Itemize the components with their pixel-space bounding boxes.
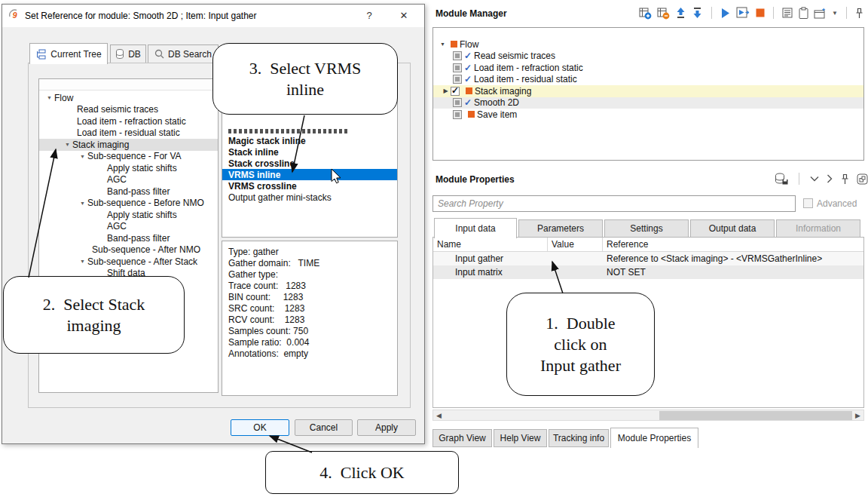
- save-db-icon[interactable]: [775, 172, 788, 186]
- tab-settings[interactable]: Settings: [604, 219, 689, 238]
- remove-module-icon[interactable]: [657, 6, 670, 20]
- close-button[interactable]: ✕: [391, 5, 417, 26]
- tree-item-label: Save item: [477, 109, 517, 120]
- callout-step2: 2. Select Stack imaging: [3, 276, 185, 354]
- module-checkbox[interactable]: [451, 87, 460, 96]
- float-icon[interactable]: [857, 172, 868, 186]
- tree-item[interactable]: Load item - residual static: [39, 127, 218, 140]
- flow-node[interactable]: ▼ Flow: [433, 38, 863, 51]
- cancel-button[interactable]: Cancel: [295, 419, 353, 436]
- tree-item[interactable]: Apply static shifts: [39, 209, 218, 221]
- tree-item[interactable]: Read seismic traces: [39, 104, 218, 116]
- scrollbar-thumb[interactable]: [659, 411, 852, 420]
- tab-current-tree[interactable]: Current Tree: [29, 43, 108, 64]
- add-module-icon[interactable]: [639, 6, 652, 20]
- module-done-icon: ✓: [462, 74, 474, 84]
- tree-item[interactable]: Load item - refraction static: [39, 115, 218, 127]
- module-checkbox[interactable]: [453, 98, 462, 107]
- tab-tracking-info[interactable]: Tracking info: [549, 429, 609, 447]
- clipboard-icon[interactable]: [799, 6, 808, 20]
- column-value[interactable]: Value: [552, 239, 574, 250]
- horizontal-scrollbar[interactable]: ◀ ▶: [432, 410, 864, 421]
- dropdown-caret-icon[interactable]: ▼: [832, 6, 838, 20]
- pin-icon[interactable]: [841, 172, 849, 186]
- module-row[interactable]: ✓ Load item - residual static: [433, 74, 863, 86]
- module-row[interactable]: Save item: [433, 109, 863, 121]
- callout-step4: 4. Click OK: [265, 451, 459, 494]
- info-line: Annotations: empty: [228, 348, 397, 360]
- callout-step1: 1. Double click on Input gather: [506, 293, 655, 396]
- scroll-right-icon[interactable]: ▶: [852, 412, 863, 419]
- scroll-left-icon[interactable]: ◀: [433, 412, 445, 419]
- log-icon[interactable]: [782, 6, 793, 20]
- module-checkbox[interactable]: [453, 75, 462, 84]
- tree-item-stack-imaging[interactable]: ▼Stack imaging: [39, 139, 218, 151]
- tree-item-label: Load item - refraction static: [474, 63, 583, 73]
- table-row-input-matrix[interactable]: Input matrix NOT SET: [433, 265, 863, 279]
- module-row[interactable]: ✓ Load item - refraction static: [433, 62, 863, 74]
- module-manager-tree: ▼ Flow ✓ Read seismic traces ✓ Load item…: [432, 27, 864, 161]
- list-item[interactable]: Output gather mini-stacks: [222, 192, 397, 203]
- search-input[interactable]: [432, 195, 796, 212]
- run-icon[interactable]: [720, 6, 731, 20]
- expand-icon[interactable]: [827, 172, 833, 186]
- tab-input-data[interactable]: Input data: [434, 218, 517, 238]
- tree-item[interactable]: ▼Sub-sequence - After Stack: [39, 256, 218, 268]
- tab-output-data[interactable]: Output data: [690, 219, 775, 238]
- table-header: Name Value Reference: [433, 238, 863, 252]
- tree-item[interactable]: Sub-sequence - After NMO: [39, 244, 218, 256]
- dialog-titlebar: 9 Set Reference for module: Smooth 2D ; …: [2, 5, 424, 27]
- tab-graph-view[interactable]: Graph View: [432, 429, 492, 447]
- module-checkbox[interactable]: [453, 110, 462, 119]
- module-checkbox[interactable]: [453, 63, 462, 72]
- tab-db-search[interactable]: DB Search: [148, 44, 219, 63]
- tree-item-flow[interactable]: ▼Flow: [39, 92, 218, 104]
- info-line: SRC count: 1283: [228, 303, 397, 314]
- tab-help-view[interactable]: Help View: [494, 429, 547, 447]
- collapse-arrow-icon[interactable]: ▼: [438, 41, 448, 47]
- module-checkbox[interactable]: [453, 51, 462, 60]
- list-item[interactable]: VRMS crossline: [222, 180, 397, 192]
- help-button[interactable]: ?: [356, 5, 382, 26]
- list-item[interactable]: Stack inline: [222, 146, 397, 158]
- list-item[interactable]: Magic stack inline: [222, 135, 397, 146]
- stop-icon[interactable]: [756, 6, 765, 20]
- module-status-icon: [465, 111, 477, 118]
- move-up-icon[interactable]: [675, 6, 686, 20]
- tree-item[interactable]: AGC: [39, 174, 218, 186]
- module-row[interactable]: ✓ Read seismic traces: [433, 51, 863, 63]
- module-status-icon: [448, 41, 460, 48]
- tree-item[interactable]: ▼Sub-sequence - Before NMO: [39, 198, 218, 210]
- ok-button[interactable]: OK: [231, 419, 289, 436]
- module-row-stack-imaging[interactable]: ▶ Stack imaging: [433, 85, 863, 97]
- tab-information[interactable]: Information: [776, 219, 860, 238]
- collapse-icon[interactable]: [810, 172, 819, 186]
- tree-item[interactable]: Band-pass filter: [39, 186, 218, 198]
- tab-module-properties[interactable]: Module Properties: [610, 428, 698, 448]
- info-line: Type: gather: [228, 247, 397, 258]
- tree-item-label: Stack imaging: [475, 86, 531, 97]
- run-selected-icon[interactable]: [736, 6, 750, 20]
- table-row-input-gather[interactable]: Input gather Reference to <Stack imaging…: [433, 252, 863, 265]
- move-down-icon[interactable]: [692, 6, 703, 20]
- module-row-smooth-2d[interactable]: ✓ Smooth 2D: [433, 97, 863, 109]
- tree-item[interactable]: ▼Sub-sequence - For VA: [39, 151, 218, 163]
- tree-item[interactable]: Apply static shifts: [39, 162, 218, 174]
- list-item[interactable]: Stack crossline: [222, 158, 397, 169]
- module-done-icon: ✓: [462, 51, 474, 61]
- svg-text:9: 9: [13, 11, 18, 20]
- column-name[interactable]: Name: [437, 239, 461, 250]
- pin-icon[interactable]: [855, 6, 863, 20]
- tree-item[interactable]: Band-pass filter: [39, 232, 218, 244]
- tree-item[interactable]: AGC: [39, 221, 218, 233]
- apply-button[interactable]: Apply: [357, 419, 416, 436]
- tab-db[interactable]: DB: [110, 44, 146, 63]
- advanced-checkbox[interactable]: [803, 198, 813, 208]
- module-manager-toolbar: ▼: [639, 6, 868, 20]
- new-view-icon[interactable]: [814, 6, 827, 20]
- list-item-vrms-inline[interactable]: VRMS inline: [222, 169, 397, 180]
- advanced-label: Advanced: [817, 198, 857, 209]
- expand-arrow-icon[interactable]: ▶: [441, 87, 451, 94]
- tab-parameters[interactable]: Parameters: [518, 219, 603, 238]
- column-reference[interactable]: Reference: [607, 239, 648, 250]
